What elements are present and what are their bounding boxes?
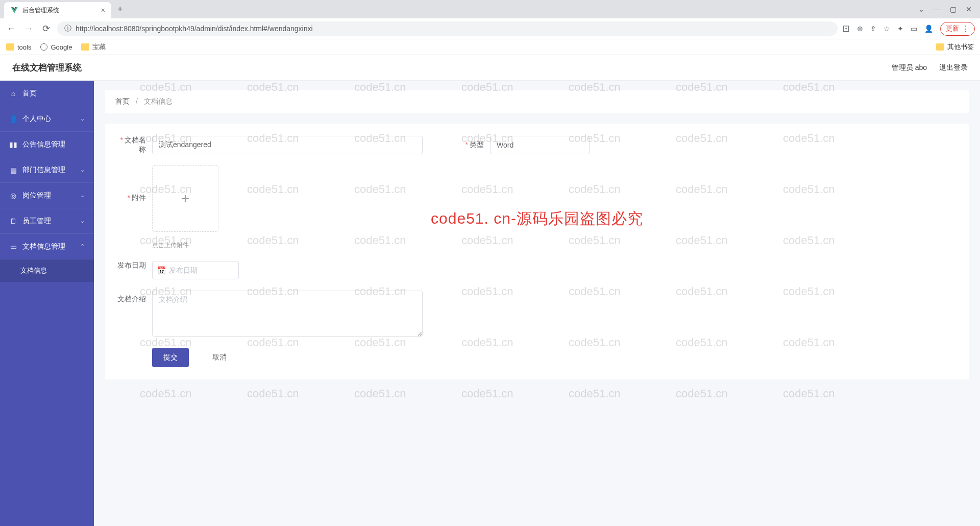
sidebar-item-announcement[interactable]: ▮▮ 公告信息管理: [0, 132, 94, 157]
watermark-text: code51.cn: [676, 387, 728, 400]
app-title: 在线文档管理系统: [12, 62, 82, 74]
chevron-down-icon: ⌄: [80, 166, 85, 173]
plus-icon: +: [181, 190, 189, 207]
content-area: 首页 / 文档信息 文档名称 类型: [94, 81, 980, 526]
sidebar-item-department[interactable]: ▤ 部门信息管理 ⌄: [0, 157, 94, 183]
close-icon[interactable]: ✕: [966, 5, 972, 13]
sidebar-item-home[interactable]: ⌂ 首页: [0, 81, 94, 106]
chevron-up-icon: ⌃: [80, 243, 85, 250]
upload-box[interactable]: +: [152, 165, 218, 232]
cancel-button[interactable]: 取消: [201, 348, 238, 367]
watermark-text: code51.cn: [354, 387, 406, 400]
type-label: 类型: [453, 140, 490, 150]
forward-button[interactable]: →: [22, 23, 35, 34]
logout-button[interactable]: 退出登录: [939, 63, 968, 73]
target-icon: ◎: [9, 192, 17, 200]
extensions-icon[interactable]: ✦: [897, 25, 903, 33]
maximize-icon[interactable]: ▢: [950, 5, 957, 13]
breadcrumb-home[interactable]: 首页: [115, 97, 130, 105]
update-button[interactable]: 更新⋮: [940, 22, 975, 36]
intro-textarea[interactable]: [152, 291, 423, 337]
panel-icon[interactable]: ▭: [911, 25, 917, 33]
watermark-text: code51.cn: [783, 387, 835, 400]
intro-label: 文档介绍: [115, 291, 152, 304]
bookmark-google[interactable]: Google: [40, 43, 72, 51]
folder-icon: [81, 43, 89, 51]
form-card: 文档名称 类型 附件 +: [105, 124, 969, 379]
sidebar-item-document[interactable]: ▭ 文档信息管理 ⌃: [0, 234, 94, 259]
sidebar-subitem-document-info[interactable]: 文档信息: [0, 259, 94, 282]
home-icon: ⌂: [9, 89, 17, 98]
clipboard-icon: 🗒: [9, 217, 17, 225]
watermark-text: code51.cn: [140, 387, 192, 400]
publish-date-label: 发布日期: [115, 261, 152, 270]
tab-title: 后台管理系统: [22, 6, 97, 15]
back-button[interactable]: ←: [5, 23, 17, 34]
sidebar-item-personal[interactable]: 👤 个人中心 ⌄: [0, 106, 94, 132]
zoom-icon[interactable]: ⊕: [857, 25, 863, 33]
url-text: http://localhost:8080/springbootpkh49/ad…: [76, 25, 830, 33]
address-bar[interactable]: ⓘ http://localhost:8080/springbootpkh49/…: [57, 21, 838, 36]
sidebar-item-position[interactable]: ◎ 岗位管理 ⌄: [0, 183, 94, 208]
upload-tip: 点击上传附件: [152, 241, 218, 250]
submit-button[interactable]: 提交: [152, 348, 189, 367]
chevron-down-icon[interactable]: ⌄: [918, 5, 924, 13]
breadcrumb: 首页 / 文档信息: [105, 90, 969, 113]
profile-icon[interactable]: 👤: [924, 25, 933, 33]
globe-icon: [40, 43, 47, 51]
app-header: 在线文档管理系统 管理员 abo 退出登录: [0, 55, 980, 81]
watermark-text: code51.cn: [461, 387, 513, 400]
bookmark-tools[interactable]: tools: [6, 43, 31, 51]
new-tab-button[interactable]: +: [117, 4, 123, 15]
share-icon[interactable]: ⇪: [870, 25, 876, 33]
calendar-icon: 📅: [157, 266, 166, 274]
folder-icon: [6, 43, 14, 51]
user-label[interactable]: 管理员 abo: [892, 63, 927, 73]
user-icon: 👤: [9, 115, 17, 123]
bookmark-other[interactable]: 其他书签: [936, 42, 974, 52]
chevron-down-icon: ⌄: [80, 218, 85, 224]
doc-name-input[interactable]: [152, 136, 423, 154]
watermark-text: code51.cn: [569, 387, 621, 400]
vue-icon: [10, 6, 18, 14]
info-icon: ⓘ: [64, 24, 71, 33]
watermark-text: code51.cn: [247, 387, 299, 400]
doc-name-label: 文档名称: [115, 136, 152, 154]
minimize-icon[interactable]: —: [934, 5, 941, 13]
folder-icon: [936, 43, 944, 51]
chevron-down-icon: ⌄: [80, 115, 85, 122]
key-icon[interactable]: ⚿: [843, 25, 850, 33]
sidebar: ⌂ 首页 👤 个人中心 ⌄ ▮▮ 公告信息管理 ▤ 部门信息管理 ⌄ ◎ 岗位管…: [0, 81, 94, 526]
type-select[interactable]: [490, 136, 590, 154]
sidebar-item-employee[interactable]: 🗒 员工管理 ⌄: [0, 208, 94, 234]
star-icon[interactable]: ☆: [884, 25, 890, 33]
chevron-down-icon: ⌄: [80, 192, 85, 199]
tab-close-icon[interactable]: ×: [101, 6, 105, 14]
file-icon: ▭: [9, 243, 17, 251]
reload-button[interactable]: ⟳: [40, 23, 52, 34]
chart-icon: ▮▮: [9, 140, 17, 149]
building-icon: ▤: [9, 166, 17, 174]
attachment-label: 附件: [115, 165, 152, 203]
browser-tab[interactable]: 后台管理系统 ×: [4, 2, 111, 18]
bookmark-treasure[interactable]: 宝藏: [81, 42, 106, 52]
breadcrumb-current: 文档信息: [144, 97, 173, 105]
